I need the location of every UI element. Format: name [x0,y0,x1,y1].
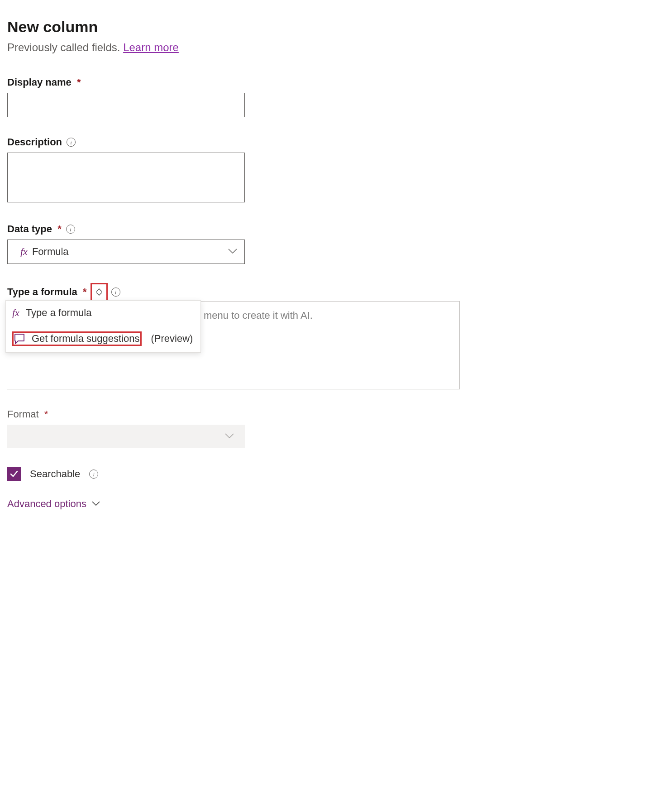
required-asterisk: * [57,223,62,235]
dropdown-option-label: Get formula suggestions [32,333,139,345]
required-asterisk: * [77,77,81,88]
info-icon[interactable]: i [111,288,120,297]
searchable-checkbox[interactable] [7,467,21,481]
advanced-options-toggle[interactable]: Advanced options [7,498,460,510]
display-name-label: Display name * [7,77,81,88]
subtitle-prefix: Previously called fields. [7,41,123,53]
required-asterisk: * [83,286,87,297]
chevron-down-icon [92,500,100,508]
data-type-label: Data type * [7,223,62,235]
info-icon[interactable]: i [66,225,75,234]
required-asterisk: * [44,408,48,420]
format-label: Format * [7,408,48,420]
searchable-label: Searchable [30,468,80,480]
format-select[interactable] [7,425,245,448]
preview-tag: (Preview) [151,333,193,345]
info-icon[interactable]: i [67,138,76,147]
subtitle: Previously called fields. Learn more [7,41,460,54]
formula-placeholder: menu to create it with AI. [204,310,313,321]
chevron-down-icon [225,432,234,441]
data-type-selected-text: Formula [32,246,69,258]
formula-dropdown-menu: fx Type a formula Get formula suggestion… [5,300,201,353]
chat-icon [14,333,25,345]
page-title: New column [7,18,460,36]
formula-label: Type a formula * [7,286,87,298]
description-input[interactable] [7,153,245,202]
dropdown-option-type-formula[interactable]: fx Type a formula [6,301,200,325]
dropdown-option-get-suggestions[interactable]: Get formula suggestions (Preview) [6,325,200,352]
formula-mode-toggle[interactable] [93,285,105,299]
description-label: Description [7,136,62,148]
chevron-down-icon [228,248,237,256]
data-type-select[interactable]: fx Formula [7,240,245,264]
fx-icon: fx [20,246,28,258]
display-name-input[interactable] [7,93,245,117]
learn-more-link[interactable]: Learn more [123,41,179,53]
dropdown-option-label: Type a formula [26,307,92,319]
info-icon[interactable]: i [89,470,98,479]
advanced-options-label: Advanced options [7,498,86,510]
fx-icon: fx [12,307,19,319]
